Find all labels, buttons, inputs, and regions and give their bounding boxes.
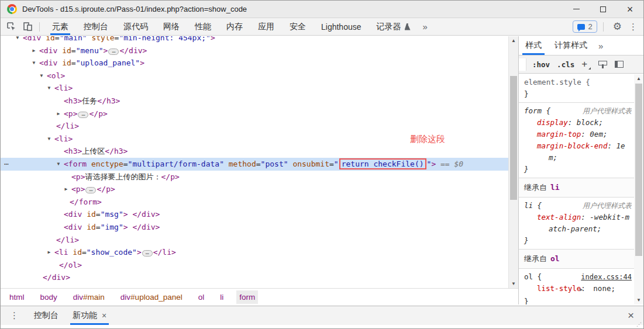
settings-gear-icon[interactable]: ⚙ bbox=[608, 20, 626, 33]
property-name[interactable]: list-style bbox=[537, 284, 581, 293]
tree-row[interactable]: ▼<ol> bbox=[1, 70, 508, 82]
rule-selector[interactable]: element.style { bbox=[524, 78, 590, 86]
tree-row[interactable]: <div id="img"> </div> bbox=[1, 221, 508, 234]
chevron-down-icon[interactable]: ▼ bbox=[38, 70, 45, 82]
new-style-rule-button[interactable]: + bbox=[581, 58, 590, 70]
property-value[interactable]: 0em; bbox=[590, 130, 607, 138]
window-minimize-button[interactable] bbox=[563, 1, 590, 18]
chevron-right-icon[interactable]: ▶ bbox=[63, 183, 70, 196]
toggle-class-button[interactable]: .cls bbox=[557, 60, 574, 69]
tree-row[interactable]: </div> bbox=[1, 271, 508, 284]
style-property[interactable]: list-style: ▶none; bbox=[524, 283, 632, 296]
chevron-down-icon[interactable]: ▼ bbox=[46, 82, 53, 95]
tree-row[interactable]: </form> bbox=[1, 196, 508, 209]
window-close-button[interactable]: × bbox=[617, 1, 643, 18]
breadcrumb-item[interactable]: div#upload_panel bbox=[118, 290, 185, 304]
inspect-cursor-icon[interactable] bbox=[5, 21, 17, 33]
drawer-tab-新功能[interactable]: 新功能× bbox=[66, 306, 113, 325]
scroll-down-icon[interactable]: ▼ bbox=[509, 279, 518, 288]
tab-控制台[interactable]: 控制台 bbox=[76, 18, 116, 35]
tree-row[interactable]: ▼<li>删除这段 bbox=[1, 133, 508, 146]
style-property[interactable]: margin-block-end: 1em; bbox=[524, 140, 632, 164]
tree-row[interactable]: ▶<p>…</p> bbox=[1, 183, 508, 196]
scroll-up-icon[interactable]: ▲ bbox=[634, 74, 643, 83]
chevron-down-icon[interactable]: ▼ bbox=[46, 133, 53, 146]
tree-row[interactable]: ▼<div id="main" style="min-height: 454px… bbox=[1, 36, 508, 44]
toggle-hover-button[interactable]: :hov bbox=[532, 60, 550, 69]
breadcrumb-item[interactable]: li bbox=[217, 290, 226, 304]
window-maximize-button[interactable] bbox=[590, 1, 617, 18]
styles-scrollbar[interactable]: ▲ ▼ bbox=[634, 74, 643, 304]
tab-close-icon[interactable]: × bbox=[102, 311, 106, 320]
breadcrumb-item[interactable]: div#main bbox=[70, 290, 108, 304]
chevron-right-icon[interactable]: ▶ bbox=[46, 246, 53, 259]
tree-row[interactable]: </li> bbox=[1, 120, 508, 133]
styles-tab-计算样式[interactable]: 计算样式 bbox=[548, 36, 594, 55]
tree-row[interactable]: ▼<div id="upload_panel"> bbox=[1, 57, 508, 70]
tree-row[interactable]: </ol> bbox=[1, 259, 508, 272]
device-toolbar-icon[interactable] bbox=[22, 21, 33, 33]
row-menu-dots-icon[interactable]: ⋯ bbox=[4, 158, 9, 171]
tree-row[interactable]: <h3>上传区</h3> bbox=[1, 145, 508, 158]
chevron-right-icon[interactable]: ▶ bbox=[55, 108, 62, 120]
inherited-node-link[interactable]: li bbox=[550, 183, 560, 192]
breadcrumb-item[interactable]: ol bbox=[195, 290, 208, 304]
resize-grip[interactable]: ⋰ bbox=[636, 321, 642, 327]
style-property[interactable]: display: block; bbox=[524, 117, 632, 129]
computed-sidebar-toggle-icon[interactable] bbox=[615, 61, 624, 68]
tab-内存[interactable]: 内存 bbox=[219, 18, 250, 35]
property-value[interactable]: block; bbox=[577, 118, 603, 127]
drawer-close-icon[interactable]: × bbox=[618, 309, 643, 322]
tab-源代码[interactable]: 源代码 bbox=[116, 18, 156, 35]
tree-row[interactable]: ▶<li id="show_code">…</li> bbox=[1, 246, 508, 259]
breadcrumb-item[interactable]: html bbox=[6, 290, 27, 304]
property-name[interactable]: text-align bbox=[537, 213, 581, 221]
tab-记录器[interactable]: 记录器 bbox=[369, 18, 418, 35]
tree-row[interactable]: ▶<div id="menu">…</div> bbox=[1, 44, 508, 57]
more-tabs-button[interactable]: » bbox=[418, 22, 432, 32]
tab-应用[interactable]: 应用 bbox=[250, 18, 282, 35]
styles-filter-input[interactable] bbox=[519, 58, 526, 71]
tree-row[interactable]: </li> bbox=[1, 234, 508, 247]
rule-selector[interactable]: form { bbox=[524, 106, 550, 115]
expand-ellipsis-icon[interactable]: … bbox=[142, 250, 153, 257]
elements-scrollbar[interactable]: ▲ ▼ bbox=[508, 36, 518, 288]
property-value[interactable]: none; bbox=[593, 284, 615, 293]
tab-安全[interactable]: 安全 bbox=[282, 18, 314, 35]
tab-网络[interactable]: 网络 bbox=[156, 18, 187, 35]
styles-tab-样式[interactable]: 样式 bbox=[519, 36, 548, 55]
property-name[interactable]: margin-top bbox=[537, 130, 581, 138]
style-property[interactable]: text-align: -webkit-match-parent; bbox=[524, 212, 632, 235]
scrollbar-thumb[interactable] bbox=[510, 76, 517, 200]
chevron-right-icon[interactable]: ▶ bbox=[30, 44, 37, 57]
main-menu-kebab-icon[interactable]: ⋮ bbox=[626, 22, 643, 32]
chevron-down-icon[interactable]: ▼ bbox=[30, 57, 37, 70]
tree-row[interactable]: <p>请选择要上传的图片：</p> bbox=[1, 171, 508, 183]
chevron-down-icon[interactable]: ▼ bbox=[55, 158, 62, 171]
scroll-down-icon[interactable]: ▼ bbox=[634, 296, 643, 304]
inherited-node-link[interactable]: ol bbox=[550, 254, 560, 263]
scroll-up-icon[interactable]: ▲ bbox=[509, 36, 518, 45]
style-property[interactable]: margin-top: 0em; bbox=[524, 129, 632, 140]
tree-row[interactable]: ▼<li> bbox=[1, 82, 508, 95]
breadcrumb-item[interactable]: body bbox=[37, 290, 60, 304]
tree-row[interactable]: ▶<p>…</p> bbox=[1, 108, 508, 120]
drawer-tab-控制台[interactable]: 控制台 bbox=[27, 306, 66, 325]
expand-ellipsis-icon[interactable]: … bbox=[108, 49, 119, 55]
issues-badge[interactable]: 2 bbox=[573, 20, 597, 33]
property-name[interactable]: display bbox=[537, 118, 568, 127]
stylesheet-link[interactable]: index.css:44 bbox=[581, 271, 632, 283]
tree-row[interactable]: <h3>任务</h3> bbox=[1, 95, 508, 108]
expand-ellipsis-icon[interactable]: … bbox=[78, 112, 88, 118]
tree-row[interactable]: ▼⋯<form enctype="multipart/form-data" me… bbox=[1, 158, 508, 171]
rule-selector[interactable]: ol { bbox=[524, 272, 542, 281]
drawer-menu-kebab-icon[interactable]: ⋮ bbox=[1, 310, 27, 321]
more-styles-tabs-button[interactable]: » bbox=[594, 41, 608, 51]
paint-format-icon[interactable] bbox=[598, 61, 607, 68]
property-name[interactable]: margin-block-end bbox=[537, 141, 607, 150]
tab-Lighthouse[interactable]: Lighthouse bbox=[314, 18, 369, 35]
rule-selector[interactable]: li { bbox=[524, 201, 542, 210]
breadcrumb-item[interactable]: form bbox=[236, 290, 258, 304]
tree-row[interactable]: <div id="msg"> </div> bbox=[1, 208, 508, 221]
tab-性能[interactable]: 性能 bbox=[187, 18, 219, 35]
